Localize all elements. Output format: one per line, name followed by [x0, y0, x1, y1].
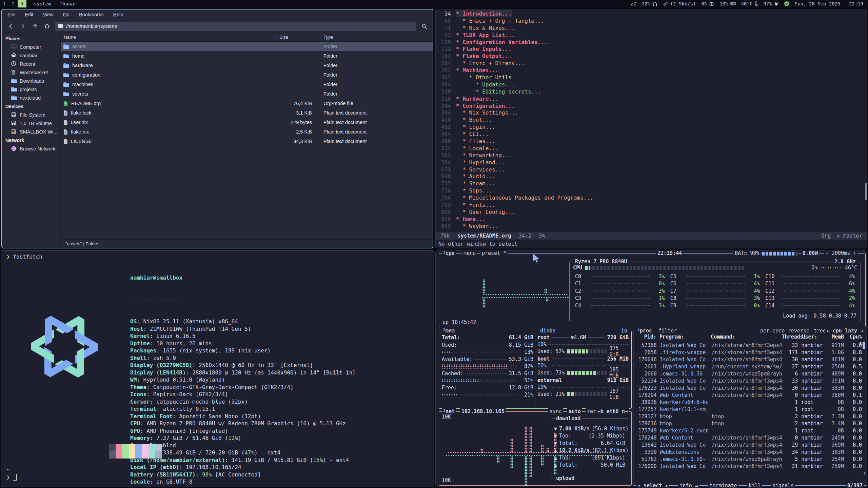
file-row-home[interactable]: homeFolder — [61, 51, 433, 61]
proc-row-3390[interactable]: 3390WebExtensions/nix/store/sm8fmrf3wps4… — [635, 448, 862, 455]
terminal-window[interactable]: ❯ fastfetch nambiar@smallbox -----------… — [1, 250, 434, 487]
proc-row-2660[interactable]: 2660.emacs-31.0.50-/nix/store/wnqz5pa8ra… — [635, 370, 862, 377]
org-heading-line[interactable]: 855 * Waybar... — [436, 223, 867, 230]
org-heading-line[interactable]: 825* Home... — [436, 216, 867, 223]
net-interface[interactable]: ←b eth0 n→ — [596, 408, 629, 414]
org-heading-line[interactable]: 717 * Steam... — [436, 180, 867, 187]
terminate-hint[interactable]: terminate — [708, 483, 738, 488]
org-heading-line[interactable]: 671 * Services... — [436, 166, 867, 173]
sidebar-item-browse-network[interactable]: Browse Network — [2, 144, 60, 153]
proc-row-13642[interactable]: 13642Isolated Web Co/nix/store/sm8fmrf3w… — [635, 441, 862, 448]
org-heading-line[interactable]: 303 * Other Utils — [436, 74, 867, 81]
file-row-configuration[interactable]: configurationFolder — [61, 70, 433, 80]
sidebar-item-smallbox-wi-[interactable]: SMALLBOX Wi... — [2, 127, 60, 136]
proc-filter[interactable]: filter — [657, 328, 678, 334]
menu-view[interactable]: View — [43, 12, 53, 17]
org-heading-line[interactable]: 736 * Sops... — [436, 187, 867, 194]
org-heading-line[interactable]: 121* Flake Inputs... — [436, 45, 867, 53]
menu-edit[interactable]: Edit — [25, 12, 33, 17]
emacs-scrollbar[interactable] — [865, 183, 867, 200]
proc-percore-toggle[interactable]: per-core — [759, 328, 786, 334]
proc-row-2601[interactable]: 2601.Hyprland-wrapp/run/current-system/s… — [635, 363, 862, 370]
net-auto-toggle[interactable]: auto — [567, 408, 582, 414]
proc-row-179127[interactable]: 179127btopbtop2nambiar7.3M0.0 — [635, 413, 862, 420]
sidebar-item-downloads[interactable]: Downloads — [2, 77, 60, 85]
sidebar-item-nambiar[interactable]: nambiar — [2, 51, 60, 60]
back-button[interactable] — [6, 22, 15, 30]
update-interval[interactable]: - 2000ms + — [824, 250, 857, 256]
workspace-3[interactable]: 3 — [18, 0, 26, 7]
proc-row-178616[interactable]: 178616btopbtop2nambiar7.4M0.0 — [635, 420, 862, 427]
menu-bookmarks[interactable]: Bookmarks — [79, 12, 104, 17]
org-heading-line[interactable]: 799 * Fonts... — [436, 201, 867, 208]
proc-row-178248[interactable]: 178248Web Content/nix/store/sm8fmrf3wps4… — [635, 434, 862, 441]
proc-row-38936[interactable]: 38936kworker/u64:6-kc1root0B0.0 — [635, 399, 862, 406]
scroll-down-arrow[interactable]: ↓ — [863, 470, 866, 476]
signals-hint[interactable]: signals — [771, 483, 795, 488]
io-toggle[interactable]: io — [620, 328, 629, 334]
workspace-1[interactable]: 1 — [0, 0, 9, 7]
menu-help[interactable]: Help — [113, 12, 123, 17]
sidebar-item-file-system[interactable]: File System — [2, 110, 60, 119]
proc-row-177257[interactable]: 177257kworker/10:1-mm_1root0B0.0 — [635, 406, 862, 413]
org-heading-line[interactable]: 282* Machines... — [436, 67, 867, 74]
sidebar-item-1-0-tb-volume[interactable]: 1,0 TB Volume — [2, 119, 60, 127]
file-row-machines[interactable]: machinesFolder — [61, 80, 433, 89]
org-heading-line[interactable]: 109* Configuration Variables... — [436, 39, 867, 46]
proc-row-176223[interactable]: 176223Isolated Web Co/nix/store/sm8fmrf3… — [635, 384, 862, 391]
org-heading-line[interactable]: 34* Introduction... — [436, 10, 867, 17]
home-button[interactable] — [43, 22, 52, 30]
org-heading-line[interactable]: 698 * Audio... — [436, 173, 867, 180]
org-heading-line[interactable]: 267 * Envrc + Direnv... — [436, 60, 867, 67]
file-row-user-nix[interactable]: user.nix229 bytesPlain text document — [61, 118, 433, 127]
mem-box-title[interactable]: 2mem — [442, 328, 456, 334]
org-heading-line[interactable]: 534 * Locale... — [436, 145, 867, 152]
file-list-header[interactable]: Name Size Type — [61, 33, 433, 42]
proc-row-176646[interactable]: 176646Isolated Web Co/nix/store/sm8fmrf3… — [635, 356, 862, 363]
proc-reverse-toggle[interactable]: reverse — [787, 328, 811, 334]
sidebar-item-recent[interactable]: Recent — [2, 60, 60, 68]
menu-button[interactable]: menu — [462, 250, 477, 256]
info-hint[interactable]: info ↵ — [678, 483, 699, 488]
org-heading-line[interactable]: 428 * Boot... — [436, 116, 867, 123]
proc-row-52134[interactable]: 52134Isolated Web Co/nix/store/sm8fmrf3w… — [635, 377, 862, 384]
org-heading-line[interactable]: 764 * Miscellaneous Packages and Program… — [436, 194, 867, 201]
org-heading-line[interactable]: 162* Flake Output... — [436, 53, 867, 60]
org-heading-line[interactable]: 316* Hardware... — [436, 95, 867, 102]
org-heading-line[interactable]: 71 * Nix & Nixos... — [436, 24, 867, 32]
up-button[interactable] — [31, 22, 39, 30]
sidebar-item-wastebasket[interactable]: Wastebasket — [2, 68, 60, 77]
emacs-window[interactable]: 34* Introduction...65 * Emacs + Org + Ta… — [435, 9, 867, 248]
preset-button[interactable]: preset * — [480, 250, 508, 256]
org-heading-line[interactable]: 499 * Files... — [436, 138, 867, 145]
proc-sort[interactable]: ← cpu lazy → — [825, 328, 865, 334]
org-heading-line[interactable]: 65 * Emacs + Org + Tangle... — [436, 17, 867, 24]
org-heading-line[interactable]: 809 * User Config... — [436, 208, 867, 216]
proc-row-178294[interactable]: 178294Web Content/nix/store/sm8fmrf3wps4… — [635, 391, 862, 399]
file-row-license[interactable]: LICENSE34,3 KiBPlain text document — [61, 137, 433, 146]
file-row-hardware[interactable]: hardwareFolder — [61, 61, 433, 70]
workspace-2[interactable]: 2 — [9, 0, 18, 7]
org-heading-line[interactable]: 484 * CLI... — [436, 130, 867, 138]
file-row-readme-org[interactable]: README.org76,4 KiBOrg-mode file — [61, 99, 433, 108]
sidebar-item-projects[interactable]: projects — [2, 85, 60, 94]
org-heading-line[interactable]: 310 * Editing secrets... — [436, 88, 867, 95]
proc-row-2658[interactable]: 2658.firefox-wrappe/nix/store/sm8fmrf3wp… — [635, 349, 862, 356]
file-row-flake-nix[interactable]: flake.nix2,5 KiBPlain text document — [61, 127, 433, 137]
shell-prompt-active[interactable]: ❯ — [6, 474, 17, 481]
org-heading-line[interactable]: 304 * Updates... — [436, 81, 867, 88]
org-heading-line[interactable]: 344* Configuration... — [436, 102, 867, 109]
org-heading-line[interactable]: 563 * Networking... — [436, 152, 867, 159]
path-bar[interactable]: /home/nambiar/system/ — [55, 22, 416, 31]
proc-scrollbar[interactable] — [863, 342, 865, 349]
disks-box-title[interactable]: disks — [539, 328, 557, 334]
org-heading-line[interactable]: 93* TLDR App List... — [436, 32, 867, 39]
menu-go[interactable]: Go — [63, 12, 70, 17]
workspace-switcher[interactable]: 123 — [0, 0, 26, 7]
sidebar-item-computer[interactable]: Computer — [2, 43, 60, 51]
org-heading-line[interactable]: 584 * Hyprland... — [436, 159, 867, 166]
org-heading-line[interactable]: 461 * Login... — [436, 123, 867, 130]
btop-window[interactable]: 1cpu menu preset * 22:19:44 BAT○ 98% 0.0… — [435, 250, 867, 487]
sidebar-item-nextcloud[interactable]: nextcloud — [2, 94, 60, 102]
forward-button[interactable] — [18, 22, 27, 30]
